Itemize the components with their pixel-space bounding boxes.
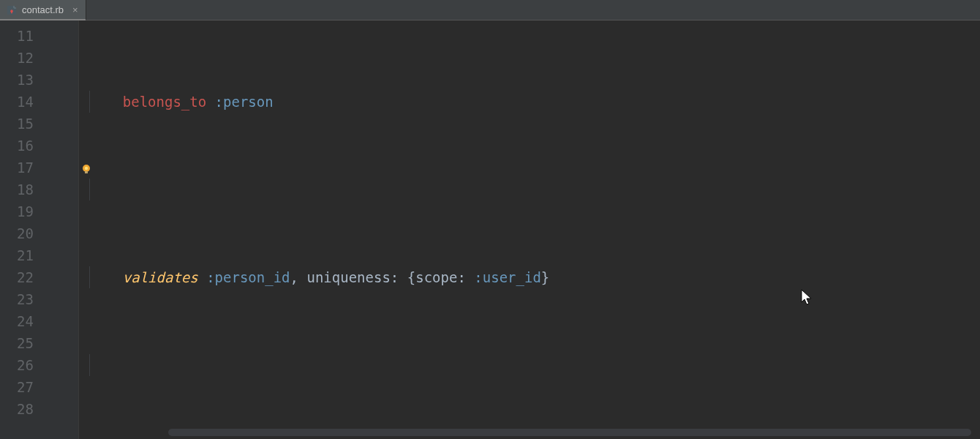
tab-contact-rb[interactable]: contact.rb ×	[0, 0, 86, 20]
close-icon[interactable]: ×	[72, 4, 78, 15]
line-number: 26	[0, 354, 44, 376]
line-number: 24	[0, 310, 44, 332]
line-number: 19	[0, 200, 44, 222]
code-line[interactable]: belongs_to :person	[79, 91, 980, 113]
line-number: 14	[0, 91, 44, 113]
line-number: 16	[0, 135, 44, 157]
line-number-gutter: 111213141516171819202122232425262728	[0, 20, 44, 439]
symbol: :person	[215, 94, 274, 110]
tab-bar: contact.rb ×	[0, 0, 980, 20]
line-number: 13	[0, 69, 44, 91]
line-number: 23	[0, 288, 44, 310]
method-validates: validates	[123, 269, 198, 285]
line-number: 12	[0, 47, 44, 69]
symbol: :person_id	[206, 269, 290, 285]
line-number: 28	[0, 398, 44, 420]
hash-key: scope:	[415, 269, 466, 285]
line-number: 20	[0, 222, 44, 244]
code-area[interactable]: belongs_to :person validates :person_id,…	[79, 20, 980, 439]
line-number: 22	[0, 266, 44, 288]
symbol: :user_id	[474, 269, 541, 285]
line-number: 21	[0, 244, 44, 266]
line-number: 17	[0, 157, 44, 179]
line-number: 18	[0, 179, 44, 200]
code-line[interactable]	[79, 354, 980, 376]
code-line[interactable]	[79, 179, 980, 200]
line-number: 27	[0, 376, 44, 398]
code-editor[interactable]: 111213141516171819202122232425262728 bel…	[0, 20, 980, 439]
gutter-icon-strip	[44, 20, 79, 439]
horizontal-scrollbar[interactable]	[168, 429, 971, 436]
hash-key: uniqueness:	[306, 269, 399, 285]
ruby-file-icon	[6, 4, 18, 16]
line-number: 25	[0, 332, 44, 354]
tab-filename: contact.rb	[22, 4, 64, 15]
line-number: 11	[0, 25, 44, 47]
keyword-belongs-to: belongs_to	[123, 94, 206, 110]
code-line[interactable]: validates :person_id, uniqueness: {scope…	[79, 266, 980, 288]
line-number: 15	[0, 113, 44, 135]
